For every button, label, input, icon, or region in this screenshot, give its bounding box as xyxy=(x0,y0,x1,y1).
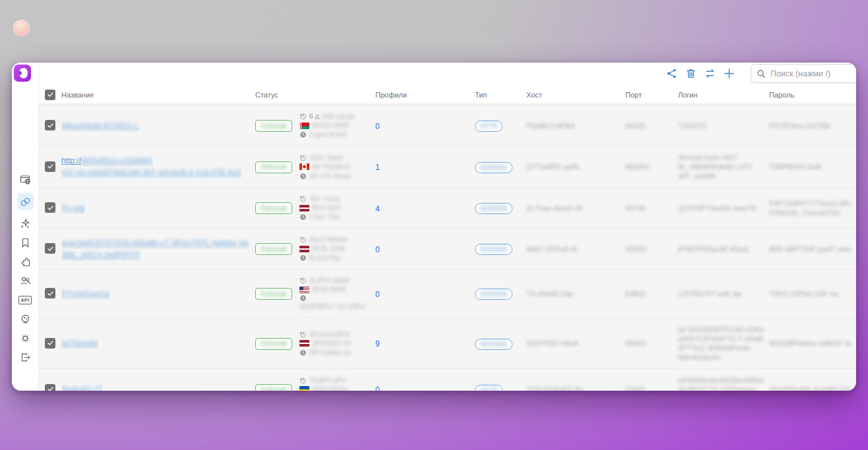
clock-icon xyxy=(299,349,307,356)
proxy-name-link[interactable]: Wkav3Aubl BTGEO L. xyxy=(61,120,140,132)
type-text-redacted: HTTP xyxy=(480,123,497,130)
proxy-name-link[interactable]: j5wfw4G.2T xyxy=(61,383,103,391)
crystal-ball-icon xyxy=(20,314,31,325)
row-checkbox[interactable] xyxy=(45,120,55,130)
app-logo-icon[interactable] xyxy=(14,65,31,82)
login-value-redacted: q203 0.2P3GPTG.T w0wB xyxy=(678,334,764,343)
host-value-redacted: dL/Tww-4ww3 vB xyxy=(526,204,620,213)
history-icon xyxy=(299,195,307,202)
profiles-cell: 0 xyxy=(375,243,475,255)
port-value-redacted: 50d25 xyxy=(625,385,673,391)
share-button[interactable] xyxy=(666,68,677,79)
sidebar-item-bookmarks[interactable] xyxy=(17,237,34,248)
ip-redacted: 80010-4829 xyxy=(312,121,349,130)
search-icon xyxy=(757,69,766,81)
proxy-name-cell: Wkav3Aubl BTGEO L. xyxy=(61,120,255,132)
updated-redacted: Awr3 Mmdw xyxy=(309,235,348,244)
transfer-button[interactable] xyxy=(704,68,716,79)
port-value-redacted: 53T90 xyxy=(625,204,673,213)
type-badge: HTTP xyxy=(475,121,503,132)
checked-line: B.im3 Ptw xyxy=(299,254,370,262)
row-checkbox[interactable] xyxy=(45,288,55,298)
table-row[interactable]: j5wfw4G.2T Рабочий TwdP8 wPd9083J0P2w03T… xyxy=(39,369,856,391)
header-port: Порт xyxy=(625,91,678,99)
table-row[interactable]: Wkav3Aubl BTGEO L. Рабочий 6 дней назад8… xyxy=(39,105,856,146)
checked-line: 0PT4J8GL2w xyxy=(299,349,370,357)
row-checkbox[interactable] xyxy=(45,338,55,349)
profiles-count-link[interactable]: 1 xyxy=(375,163,380,172)
country-flag-icon-ca xyxy=(299,163,309,170)
table-row[interactable]: Pn wld Рабочий 4sh -naza80.6 M2d6.hw. 23… xyxy=(39,188,856,229)
type-text-redacted: HTTP xyxy=(480,387,497,391)
row-checkbox[interactable] xyxy=(45,161,55,172)
header-login: Логин xyxy=(678,91,769,99)
host-cell: j2YTw0fS2 wp5L xyxy=(526,162,625,171)
table-row[interactable]: http://bhfS4fGcLnJ23M4GmS nd-mGb8TM4LbM-… xyxy=(39,146,856,188)
sidebar-item-fingerprint[interactable] xyxy=(17,314,34,325)
port-cell: 50d25 xyxy=(625,385,678,391)
sidebar-item-automation[interactable] xyxy=(17,218,34,229)
header-type: Тип xyxy=(475,91,526,99)
checked-line xyxy=(299,295,370,302)
row-checkbox[interactable] xyxy=(45,384,55,391)
proxy-name-link[interactable]: http://bhfS4fGcLnJ23M4G xyxy=(61,155,153,167)
status-badge: Рабочий xyxy=(255,338,292,350)
proxy-name-link[interactable]: Pn wld xyxy=(61,202,85,214)
table-row[interactable]: jw7Gnw4d Рабочий 3Gw5wG8Pd3PG4503 030PT4… xyxy=(39,318,856,369)
profiles-count-link[interactable]: 0 xyxy=(375,122,380,131)
ip-redacted: 3PG4503 03 xyxy=(312,339,351,348)
table-row[interactable]: tjrwv3wfG5TG7G3Lvb5w8tr.vT 3PmvT5TL Aw5b… xyxy=(39,229,856,269)
status-info-cell: 3Gw5wG8Pd3PG4503 030PT4J8GL2w xyxy=(299,330,375,357)
users-icon xyxy=(20,275,31,287)
status-text-redacted: Рабочий xyxy=(261,246,286,253)
table-row[interactable]: PTv34Gsw1w Рабочий 3L8PG.wdq4B038 50982G… xyxy=(39,269,856,318)
status-cell: Рабочий xyxy=(255,160,299,173)
geo-line: 3PG4503 03 xyxy=(299,339,370,348)
status-info-cell: 6 дней назад80010-48295.gw4 BYnK xyxy=(299,112,375,139)
trash-icon xyxy=(685,68,697,79)
delete-button[interactable] xyxy=(685,68,697,79)
header-profiles: Профили xyxy=(375,91,475,99)
proxy-links-icon xyxy=(20,196,31,208)
proxy-name-link[interactable]: jw7Gnw4d xyxy=(61,337,98,349)
profiles-count-link[interactable]: 4 xyxy=(375,204,380,213)
proxy-name-link[interactable]: 3ML_w93 h.3wfP9T3T xyxy=(61,249,140,261)
updated-line: 6 дней назад xyxy=(299,112,370,121)
history-icon xyxy=(299,113,307,120)
profiles-count-link[interactable]: 0 xyxy=(375,385,380,391)
sidebar-item-browser-profiles[interactable] xyxy=(17,174,34,185)
password-cell: BG52BP4dww w4BGP 4w3 xyxy=(769,339,856,348)
sidebar-item-settings[interactable] xyxy=(17,333,34,344)
port-cell: 4393S xyxy=(625,244,678,254)
profiles-count-link[interactable]: 0 xyxy=(375,290,380,299)
select-all-checkbox[interactable] xyxy=(45,90,55,100)
host-value-redacted: T4-4934B 5dw xyxy=(526,289,620,298)
clock-icon xyxy=(299,131,307,138)
port-value-redacted: 84035 xyxy=(625,121,673,130)
login-value-redacted: jP4BTP93wJ30 4Gwq xyxy=(678,244,764,254)
proxy-name-link[interactable]: PTv34Gsw1w xyxy=(61,288,110,300)
row-checkbox[interactable] xyxy=(45,202,55,213)
sidebar-item-extensions[interactable] xyxy=(17,256,34,267)
sidebar-item-logout[interactable] xyxy=(17,352,34,363)
host-value-redacted: TG0v2G8wP3 4w xyxy=(526,385,620,391)
name-redacted-part: mS nd-mGb8TM4LbM-38T whcfw3L4 mJL0TB 4xG xyxy=(61,168,241,177)
sidebar-item-team[interactable] xyxy=(17,275,34,287)
password-cell: T5PG-03P5w 53P 4w xyxy=(769,289,856,298)
profiles-count-link[interactable]: 9 xyxy=(375,339,380,349)
table-body: Wkav3Aubl BTGEO L. Рабочий 6 дней назад8… xyxy=(39,105,856,391)
search-input[interactable] xyxy=(751,64,856,83)
login-value-redacted: wP4GMw4w.BG39w44Bww xyxy=(678,376,764,385)
add-button[interactable] xyxy=(724,68,735,79)
sidebar-item-api[interactable]: API xyxy=(17,295,34,306)
proxy-name-cell: tjrwv3wfG5TG7G3Lvb5w8tr.vT 3PmvT5TL Aw5b… xyxy=(61,237,255,261)
proxy-name-link[interactable]: tjrwv3wfG5TG7G3Lvb5w8tr.vT 3PmvT5TL Aw5b… xyxy=(61,237,249,249)
profiles-count-link[interactable]: 0 xyxy=(375,245,380,254)
status-info-cell: 4sh -naza80.6 M2d6.hw. 23w xyxy=(299,194,375,221)
row-checkbox[interactable] xyxy=(45,243,55,254)
type-cell: HTTP xyxy=(475,383,526,391)
proxy-name-link[interactable]: mS nd-mGb8TM4LbM-38T whcfw3L4 mJL0TB 4xG xyxy=(61,167,241,179)
profiles-cell: 9 xyxy=(375,337,475,349)
sidebar-item-proxies[interactable] xyxy=(17,193,34,210)
automation-sparkle-icon xyxy=(20,218,31,229)
